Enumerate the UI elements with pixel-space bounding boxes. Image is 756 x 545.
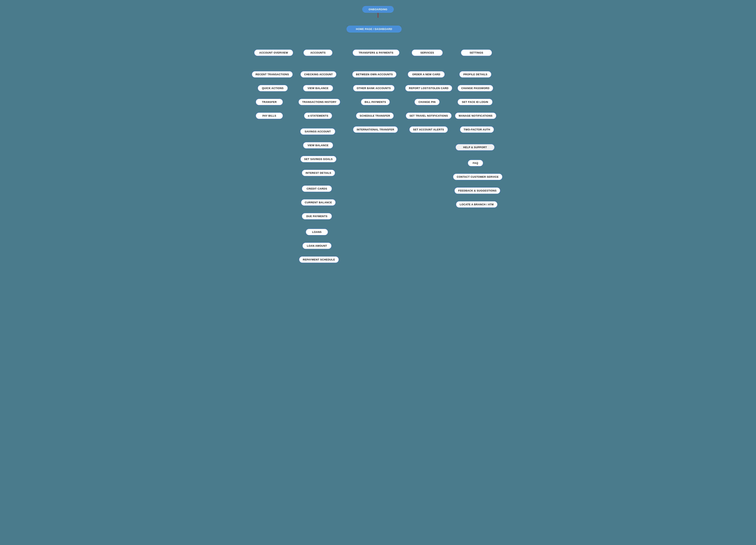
- bill-payments-node[interactable]: BILL PAYMENTS: [361, 98, 390, 105]
- accounts-node[interactable]: ACCOUNTS: [303, 49, 333, 56]
- change-password-node[interactable]: CHANGE PASSWORD: [457, 85, 493, 92]
- recent-transactions-node[interactable]: RECENT TRANSACTIONS: [252, 71, 293, 78]
- diagram-container: ONBOARDING HOME PAGE / DASHBOARD ACCOUNT…: [248, 0, 508, 18]
- schedule-transfer-node[interactable]: SCHEDULE TRANSFER: [356, 112, 394, 119]
- contact-customer-node[interactable]: CONTACT CUSTOMER SERVICE: [453, 173, 503, 180]
- credit-cards-node[interactable]: CREDIT CARDS: [302, 185, 332, 192]
- onboarding-node[interactable]: ONBOARDING: [362, 6, 394, 13]
- faq-node[interactable]: FAQ: [468, 160, 483, 166]
- transactions-history-node[interactable]: TRANSACTIONS HISTORY: [298, 98, 340, 105]
- set-travel-node[interactable]: SET TRAVEL NOTIFICATIONS: [406, 112, 452, 119]
- checking-account-node[interactable]: CHECKING ACCOUNT: [300, 71, 337, 78]
- locate-branch-node[interactable]: LOCATE A BRANCH / ATM: [456, 201, 498, 208]
- set-face-id-node[interactable]: SET FACE ID LOGIN: [457, 98, 493, 105]
- pay-bills-node[interactable]: PAY BILLS: [256, 112, 283, 119]
- set-account-alerts-node[interactable]: SET ACCOUNT ALERTS: [409, 126, 448, 133]
- help-support-node[interactable]: HELP & SUPPORT: [455, 144, 495, 151]
- set-savings-goals-node[interactable]: SET SAVINGS GOALS: [300, 156, 337, 162]
- loans-node[interactable]: LOANS: [306, 228, 328, 235]
- account-overview-node[interactable]: ACCOUNT OVERVIEW: [254, 49, 293, 56]
- loan-amount-node[interactable]: LOAN AMOUNT: [302, 242, 332, 249]
- interest-details-node[interactable]: INTEREST DETAILS: [302, 169, 335, 176]
- international-transfer-node[interactable]: INTERNATIONAL TRANSFER: [353, 126, 398, 133]
- view-balance-check-node[interactable]: VIEW BALANCE: [303, 85, 333, 92]
- savings-account-node[interactable]: SAVINGS ACCOUNT: [300, 128, 335, 135]
- e-statements-node[interactable]: e-STATEMENTS: [304, 112, 332, 119]
- between-own-node[interactable]: BETWEEN OWN ACCOUNTS: [352, 71, 397, 78]
- current-balance-node[interactable]: CURRENT BALANCE: [301, 199, 336, 206]
- other-bank-node[interactable]: OTHER BANK ACCOUNTS: [353, 85, 395, 92]
- two-factor-node[interactable]: TWO-FACTOR AUTH: [460, 126, 494, 133]
- feedback-node[interactable]: FEEDBACK & SUGGESTIONS: [454, 187, 500, 194]
- settings-node[interactable]: SETTINGS: [461, 49, 492, 56]
- transfer-node[interactable]: TRANSFER: [256, 98, 283, 105]
- profile-details-node[interactable]: PROFILE DETAILS: [459, 71, 492, 78]
- view-balance-savings-node[interactable]: VIEW BALANCE: [303, 142, 333, 149]
- report-lost-node[interactable]: REPORT LOST/STOLEN CARD: [405, 85, 452, 92]
- repayment-schedule-node[interactable]: REPAYMENT SCHEDULE: [299, 256, 339, 263]
- transfers-payments-node[interactable]: TRANSFERS & PAYMENTS: [352, 49, 400, 56]
- quick-actions-node[interactable]: QUICK ACTIONS: [258, 85, 288, 92]
- homepage-node[interactable]: HOME PAGE / DASHBOARD: [347, 26, 402, 32]
- due-payments-node[interactable]: DUE PAYMENTS: [302, 213, 332, 220]
- change-pin-node[interactable]: CHANGE PIN: [414, 98, 440, 105]
- services-node[interactable]: SERVICES: [411, 49, 443, 56]
- manage-notifications-node[interactable]: MANAGE NOTIFICATIONS: [455, 112, 497, 119]
- order-new-card-node[interactable]: ORDER A NEW CARD: [408, 71, 445, 78]
